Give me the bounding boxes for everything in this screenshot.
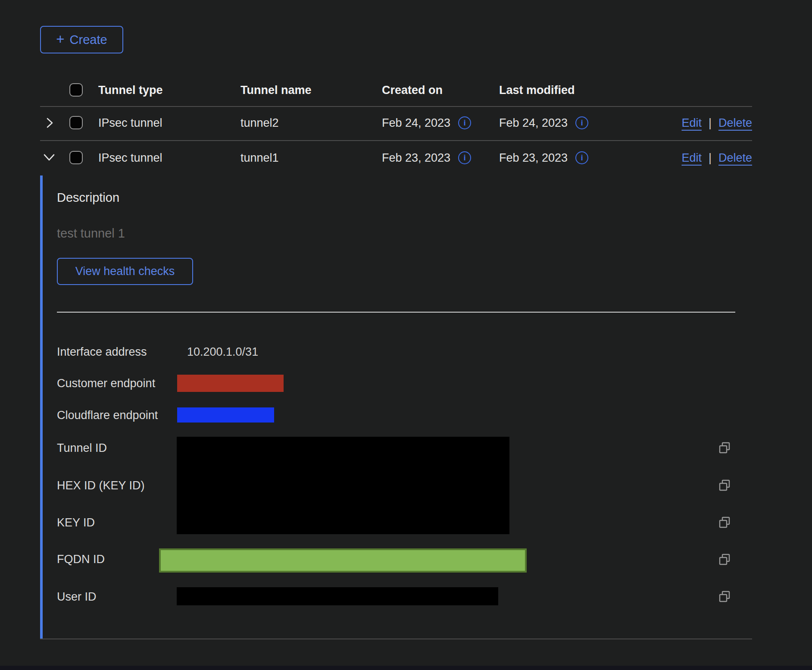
ids-redaction bbox=[177, 437, 509, 534]
field-label-key-id: KEY ID bbox=[57, 515, 95, 530]
created-on-value: Feb 23, 2023 bbox=[382, 150, 450, 166]
edit-link[interactable]: Edit bbox=[681, 115, 702, 131]
field-value-interface-address: 10.200.1.0/31 bbox=[187, 344, 258, 359]
field-label-interface-address: Interface address bbox=[57, 344, 147, 359]
row-checkbox[interactable] bbox=[69, 151, 83, 164]
field-label-hex-id: HEX ID (KEY ID) bbox=[57, 478, 145, 493]
row-expand-chevron-right-icon[interactable] bbox=[43, 116, 56, 131]
customer-endpoint-redaction bbox=[177, 375, 284, 392]
description-label: Description bbox=[57, 191, 119, 205]
copy-icon[interactable] bbox=[718, 441, 731, 454]
fqdn-id-redaction bbox=[159, 548, 527, 573]
last-modified-value: Feb 24, 2023 bbox=[499, 115, 568, 131]
cloudflare-endpoint-redaction bbox=[177, 407, 274, 423]
field-label-cloudflare-endpoint: Cloudflare endpoint bbox=[57, 408, 158, 423]
cell-created-on: Feb 23, 2023 i bbox=[382, 150, 471, 166]
copy-icon[interactable] bbox=[718, 553, 731, 566]
column-header-created-on: Created on bbox=[382, 82, 443, 98]
cell-tunnel-name: tunnel1 bbox=[240, 150, 279, 166]
header-divider bbox=[40, 106, 752, 107]
cell-last-modified: Feb 24, 2023 i bbox=[499, 115, 588, 131]
table-bottom-divider bbox=[40, 639, 752, 639]
bottom-page-strip bbox=[0, 666, 812, 670]
delete-link[interactable]: Delete bbox=[718, 115, 752, 131]
row-collapse-chevron-down-icon[interactable] bbox=[42, 152, 56, 165]
user-id-redaction bbox=[177, 587, 498, 605]
field-label-tunnel-id: Tunnel ID bbox=[57, 441, 107, 455]
column-header-last-modified: Last modified bbox=[499, 82, 575, 98]
copy-icon[interactable] bbox=[718, 479, 731, 492]
create-button-label: Create bbox=[70, 33, 107, 47]
field-label-customer-endpoint: Customer endpoint bbox=[57, 376, 155, 391]
delete-link[interactable]: Delete bbox=[718, 150, 752, 166]
row-divider bbox=[40, 140, 752, 141]
description-value: test tunnel 1 bbox=[57, 226, 125, 241]
view-health-checks-label: View health checks bbox=[75, 265, 175, 278]
info-icon[interactable]: i bbox=[575, 116, 588, 129]
last-modified-value: Feb 23, 2023 bbox=[499, 150, 568, 166]
actions-separator: | bbox=[709, 115, 712, 131]
expanded-row-accent-bar bbox=[40, 175, 43, 639]
detail-divider bbox=[57, 312, 735, 313]
actions-separator: | bbox=[709, 150, 712, 166]
copy-icon[interactable] bbox=[718, 516, 731, 529]
field-label-fqdn-id: FQDN ID bbox=[57, 552, 105, 567]
info-icon[interactable]: i bbox=[458, 116, 471, 129]
plus-icon: + bbox=[56, 32, 64, 46]
cell-last-modified: Feb 23, 2023 i bbox=[499, 150, 588, 166]
cell-created-on: Feb 24, 2023 i bbox=[382, 115, 471, 131]
copy-icon[interactable] bbox=[718, 590, 731, 603]
column-header-tunnel-name: Tunnel name bbox=[240, 82, 312, 98]
column-header-tunnel-type: Tunnel type bbox=[98, 82, 163, 98]
cell-tunnel-type: IPsec tunnel bbox=[98, 150, 162, 166]
cell-tunnel-type: IPsec tunnel bbox=[98, 115, 162, 131]
info-icon[interactable]: i bbox=[575, 151, 588, 164]
cell-tunnel-name: tunnel2 bbox=[240, 115, 279, 131]
select-all-checkbox[interactable] bbox=[69, 83, 83, 97]
row-checkbox[interactable] bbox=[69, 116, 83, 129]
create-button[interactable]: + Create bbox=[40, 26, 123, 53]
view-health-checks-button[interactable]: View health checks bbox=[57, 258, 193, 285]
field-label-user-id: User ID bbox=[57, 589, 97, 604]
info-icon[interactable]: i bbox=[458, 151, 471, 164]
created-on-value: Feb 24, 2023 bbox=[382, 115, 450, 131]
row-actions: Edit | Delete bbox=[681, 150, 752, 166]
edit-link[interactable]: Edit bbox=[681, 150, 702, 166]
row-actions: Edit | Delete bbox=[681, 115, 752, 131]
